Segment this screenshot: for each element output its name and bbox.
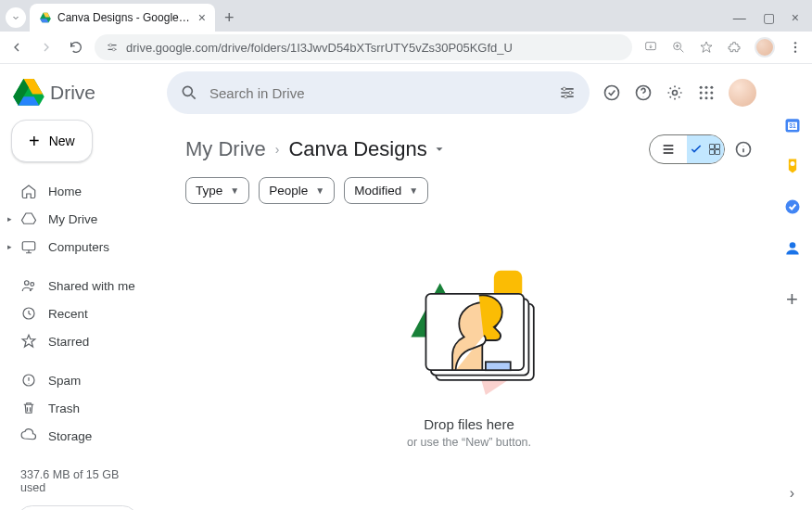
starred-icon	[20, 333, 37, 350]
svg-point-32	[710, 96, 713, 99]
sidebar-item-label: Starred	[48, 335, 89, 349]
search-input[interactable]	[209, 85, 547, 101]
svg-point-17	[183, 86, 192, 96]
tab-close-icon[interactable]: ×	[198, 10, 206, 25]
sidebar-item-label: Recent	[48, 307, 88, 321]
forward-icon[interactable]	[39, 40, 54, 55]
drive-logo-icon	[13, 79, 44, 107]
chevron-down-icon: ▼	[409, 185, 418, 196]
chevron-right-icon[interactable]: ▸	[7, 242, 12, 251]
svg-point-11	[794, 50, 796, 52]
svg-point-28	[705, 92, 708, 95]
search-icon	[180, 83, 198, 102]
search-bar[interactable]	[167, 71, 590, 114]
empty-subtitle: or use the “New” button.	[407, 436, 531, 449]
chevron-right-icon: ›	[275, 142, 280, 157]
sidebar-item-starred[interactable]: Starred	[0, 327, 167, 355]
back-icon[interactable]	[9, 40, 24, 55]
sidebar-item-computers[interactable]: ▸ Computers	[0, 233, 167, 261]
ready-offline-icon[interactable]	[603, 83, 621, 102]
sidebar-item-home[interactable]: Home	[0, 177, 167, 205]
calendar-app[interactable]: 31	[783, 116, 802, 134]
search-options-icon[interactable]	[558, 83, 577, 102]
window-controls: — ▢ ×	[733, 10, 806, 25]
chevron-down-icon: ▼	[315, 185, 324, 196]
list-icon	[661, 142, 676, 157]
sidebar-item-storage[interactable]: Storage	[0, 422, 167, 450]
trash-icon	[20, 400, 37, 416]
settings-icon[interactable]	[666, 83, 684, 102]
new-tab-button[interactable]: +	[219, 8, 240, 28]
empty-title: Drop files here	[424, 416, 514, 432]
svg-point-19	[569, 91, 572, 94]
keep-app[interactable]	[783, 157, 802, 175]
collapse-panel-icon[interactable]: ›	[790, 485, 794, 502]
close-window-icon[interactable]: ×	[792, 10, 799, 25]
sidebar-item-spam[interactable]: Spam	[0, 366, 167, 394]
chevron-right-icon[interactable]: ▸	[7, 214, 12, 223]
extensions-icon[interactable]	[727, 40, 742, 55]
svg-point-23	[673, 91, 678, 96]
sidebar-item-label: Home	[48, 185, 82, 198]
profile-chip[interactable]	[6, 7, 26, 28]
minimize-icon[interactable]: —	[733, 10, 746, 25]
filter-people[interactable]: People▼	[259, 177, 335, 204]
get-more-storage-button[interactable]: Get more storage	[17, 505, 138, 510]
tasks-app[interactable]	[783, 198, 802, 216]
new-button[interactable]: + New	[11, 120, 93, 162]
svg-rect-44	[486, 362, 511, 370]
sidebar-item-trash[interactable]: Trash	[0, 394, 167, 422]
reload-icon[interactable]	[69, 40, 83, 55]
check-icon	[689, 142, 704, 157]
sidebar-item-label: Spam	[48, 374, 81, 388]
maximize-icon[interactable]: ▢	[763, 10, 775, 25]
svg-point-10	[794, 46, 796, 48]
zoom-icon[interactable]	[671, 40, 686, 55]
svg-point-6	[112, 48, 115, 51]
svg-rect-35	[710, 150, 715, 155]
shared-icon	[20, 277, 37, 294]
info-icon[interactable]	[734, 140, 753, 159]
sidebar-item-shared[interactable]: Shared with me	[0, 272, 167, 300]
svg-point-29	[710, 92, 713, 95]
dropdown-icon[interactable]	[433, 143, 446, 156]
sidebar-item-recent[interactable]: Recent	[0, 300, 167, 327]
filter-type[interactable]: Type▼	[185, 177, 249, 204]
svg-point-20	[565, 96, 567, 98]
breadcrumb-root[interactable]: My Drive	[185, 137, 266, 161]
sidebar-item-label: My Drive	[48, 212, 97, 226]
grid-view-button[interactable]	[687, 135, 724, 163]
tab-title: Canva Designs - Google Drive	[57, 11, 193, 24]
sidebar-item-label: Computers	[48, 240, 109, 254]
svg-rect-33	[710, 145, 715, 149]
browser-tab[interactable]: Canva Designs - Google Drive ×	[30, 4, 215, 32]
sidebar-item-label: Shared with me	[48, 279, 135, 293]
view-toggle	[649, 134, 725, 164]
account-avatar[interactable]	[729, 79, 756, 107]
sidebar-item-mydrive[interactable]: ▸ My Drive	[0, 205, 167, 233]
contacts-app[interactable]	[783, 238, 802, 257]
breadcrumb-current[interactable]: Canva Designs	[288, 137, 445, 161]
storage-used-text: 337.6 MB of 15 GB used	[0, 465, 167, 498]
brand[interactable]: Drive	[0, 73, 167, 120]
addons-button[interactable]: +	[783, 290, 802, 309]
plus-icon: +	[29, 134, 40, 147]
filter-modified[interactable]: Modified▼	[344, 177, 428, 204]
svg-point-25	[705, 86, 708, 89]
svg-point-24	[700, 86, 703, 89]
address-bar[interactable]: drive.google.com/drive/folders/1I3JwvD54…	[95, 34, 632, 60]
site-info-icon[interactable]	[106, 41, 119, 54]
browser-menu-icon[interactable]	[788, 40, 803, 55]
apps-icon[interactable]	[697, 83, 716, 102]
bookmark-icon[interactable]	[699, 40, 714, 55]
svg-point-27	[700, 92, 703, 95]
install-icon[interactable]	[643, 40, 658, 55]
list-view-button[interactable]	[650, 135, 687, 163]
svg-point-30	[700, 96, 703, 99]
svg-point-26	[710, 86, 713, 89]
recent-icon	[20, 305, 37, 322]
svg-rect-34	[716, 145, 720, 149]
support-icon[interactable]	[634, 83, 653, 102]
tab-strip: Canva Designs - Google Drive × + — ▢ ×	[0, 0, 812, 32]
browser-profile-avatar[interactable]	[755, 37, 775, 57]
